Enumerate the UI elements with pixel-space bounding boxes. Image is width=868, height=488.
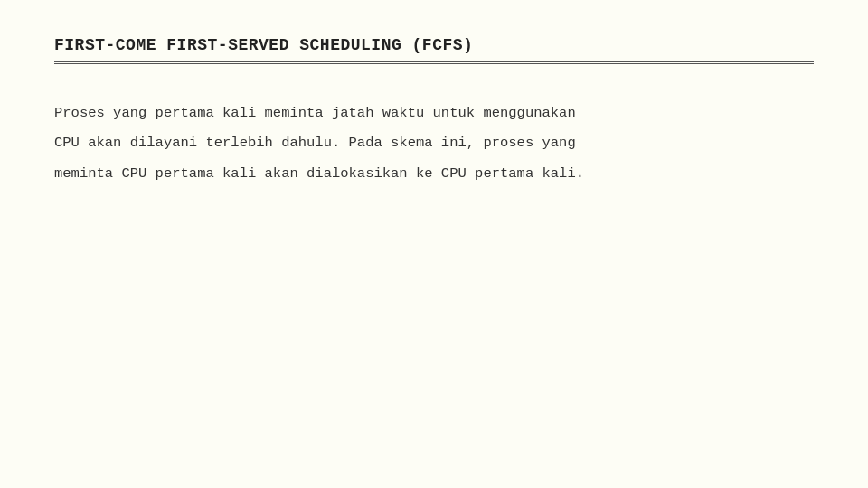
divider — [54, 61, 814, 64]
content-line-2: CPU akan dilayani terlebih dahulu. Pada … — [54, 130, 814, 156]
content-body: Proses yang pertama kali meminta jatah w… — [54, 100, 814, 187]
content-line-1: Proses yang pertama kali meminta jatah w… — [54, 100, 814, 127]
page-container: FIRST-COME FIRST-SERVED SCHEDULING (FCFS… — [0, 0, 868, 488]
page-title: FIRST-COME FIRST-SERVED SCHEDULING (FCFS… — [54, 36, 814, 54]
title-section: FIRST-COME FIRST-SERVED SCHEDULING (FCFS… — [54, 36, 814, 64]
content-line-3: meminta CPU pertama kali akan dialokasik… — [54, 161, 814, 187]
